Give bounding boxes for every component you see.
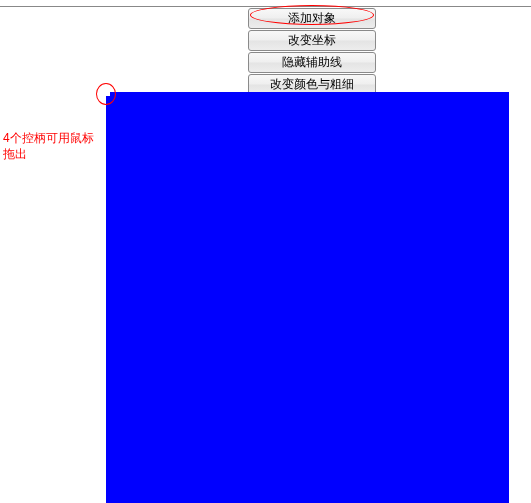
- resize-handle-top-left[interactable]: [103, 89, 110, 96]
- handle-annotation-text: 4个控柄可用鼠标拖出: [3, 130, 103, 162]
- window-top-border: [0, 6, 531, 7]
- hide-guides-button[interactable]: 隐藏辅助线: [248, 52, 376, 73]
- change-coordinate-button[interactable]: 改变坐标: [248, 30, 376, 51]
- toolbar: 添加对象 改变坐标 隐藏辅助线 改变颜色与粗细: [248, 8, 376, 95]
- add-object-button[interactable]: 添加对象: [248, 8, 376, 29]
- drawing-canvas[interactable]: [106, 92, 509, 503]
